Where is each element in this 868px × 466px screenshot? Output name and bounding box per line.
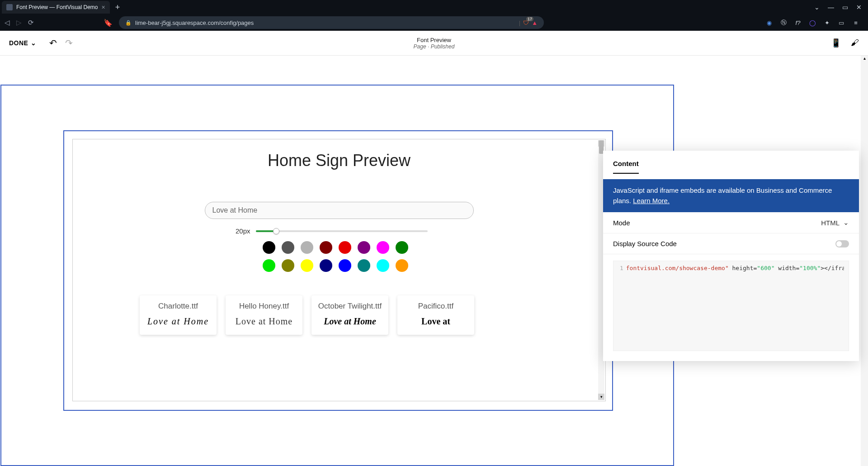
preview-heading: Home Sign Preview (136, 151, 542, 170)
page-subtitle: Page · Published (414, 43, 455, 50)
font-card-filename: Hello Honey.ttf (228, 302, 300, 311)
color-swatches (263, 241, 542, 272)
extension-whatfont-icon[interactable]: f? (794, 19, 802, 27)
close-window-icon[interactable]: ✕ (856, 4, 862, 11)
tab-favicon-icon (6, 4, 13, 10)
color-swatch[interactable] (377, 241, 389, 254)
browser-chrome: Font Preview — FontVisual Demo × + ⌄ — ▭… (0, 0, 868, 31)
close-tab-icon[interactable]: × (102, 4, 105, 11)
header-center: Font Preview Page · Published (414, 37, 455, 50)
page-title: Font Preview (414, 37, 455, 43)
font-card[interactable]: Hello Honey.ttfLove at Home (226, 295, 302, 335)
font-cards: Charlotte.ttfLove at HomeHello Honey.ttf… (140, 295, 542, 335)
upgrade-banner: JavaScript and iframe embeds are availab… (603, 179, 859, 212)
done-button[interactable]: DONE ⌄ (9, 39, 37, 47)
font-card-filename: Charlotte.ttf (142, 302, 214, 311)
browser-menu-icon[interactable]: ≡ (852, 19, 860, 27)
window-controls: ⌄ — ▭ ✕ (814, 4, 868, 11)
color-swatch[interactable] (301, 241, 313, 254)
address-bar-row: ◁ ▷ ⟳ 🔖 🔒 lime-bear-j5gj.squarespace.com… (0, 14, 868, 31)
site-divider: | (519, 19, 520, 26)
font-card[interactable]: Charlotte.ttfLove at Home (140, 295, 217, 335)
chevron-down-icon: ⌄ (843, 219, 849, 227)
maximize-icon[interactable]: ▭ (842, 4, 848, 11)
font-card[interactable]: Pacifico.ttfLove at (397, 295, 474, 335)
minimize-icon[interactable]: — (828, 4, 834, 11)
extension-circle-icon[interactable]: ◯ (808, 19, 816, 27)
chevron-down-icon[interactable]: ⌄ (814, 4, 820, 11)
display-source-row: Display Source Code (603, 233, 859, 254)
app-header: DONE ⌄ ↶ ↷ Font Preview Page · Published… (0, 31, 868, 56)
new-tab-button[interactable]: + (110, 3, 126, 12)
color-swatch[interactable] (263, 259, 275, 272)
learn-more-link[interactable]: Learn More. (633, 197, 670, 204)
chevron-down-icon: ⌄ (31, 39, 37, 47)
mobile-view-icon[interactable]: 📱 (831, 38, 841, 48)
color-swatch[interactable] (282, 241, 294, 254)
extension-loom-icon[interactable]: ◉ (765, 19, 773, 27)
browser-tab[interactable]: Font Preview — FontVisual Demo × (2, 1, 110, 14)
scroll-up-icon[interactable]: ▴ (861, 56, 868, 63)
undo-icon[interactable]: ↶ (49, 38, 57, 48)
tab-content[interactable]: Content (613, 160, 639, 174)
back-icon[interactable]: ◁ (5, 19, 10, 27)
color-swatch[interactable] (339, 259, 351, 272)
extensions-puzzle-icon[interactable]: ✦ (823, 19, 831, 27)
font-card-filename: October Twilight.ttf (314, 302, 386, 311)
color-swatch[interactable] (320, 241, 332, 254)
font-card-sample: Love at (400, 316, 472, 327)
font-card-filename: Pacifico.ttf (400, 302, 472, 311)
scroll-down-icon[interactable]: ▾ (598, 394, 604, 400)
url-bar[interactable]: 🔒 lime-bear-j5gj.squarespace.com/config/… (119, 16, 544, 29)
color-swatch[interactable] (377, 259, 389, 272)
color-swatch[interactable] (358, 241, 370, 254)
wallet-icon[interactable]: ▭ (837, 19, 845, 27)
size-slider[interactable] (256, 230, 428, 232)
color-swatch[interactable] (396, 259, 408, 272)
color-swatch[interactable] (358, 259, 370, 272)
color-swatch[interactable] (263, 241, 275, 254)
preview-text-input[interactable] (205, 202, 474, 219)
display-source-label: Display Source Code (613, 240, 677, 247)
mode-select[interactable]: HTML ⌄ (821, 219, 849, 227)
tab-bar: Font Preview — FontVisual Demo × + ⌄ — ▭… (0, 0, 868, 14)
mode-value: HTML (821, 219, 840, 227)
styles-brush-icon[interactable]: 🖌 (851, 38, 859, 48)
display-source-toggle[interactable] (835, 240, 849, 247)
color-swatch[interactable] (339, 241, 351, 254)
font-card-sample: Love at Home (142, 316, 214, 327)
font-card-sample: Love at Home (228, 316, 300, 327)
code-gutter: 1 (618, 265, 626, 347)
slider-thumb[interactable] (273, 228, 279, 234)
color-swatch[interactable] (301, 259, 313, 272)
redo-icon[interactable]: ↷ (65, 38, 73, 48)
reload-icon[interactable]: ⟳ (28, 19, 34, 27)
extension-notion-icon[interactable]: Ⓝ (779, 19, 788, 27)
bookmark-icon[interactable]: 🔖 (104, 19, 113, 27)
page-scrollbar[interactable]: ▴ (861, 56, 868, 466)
color-swatch[interactable] (320, 259, 332, 272)
nav-buttons: ◁ ▷ ⟳ (5, 19, 34, 27)
font-card[interactable]: October Twilight.ttfLove at Home (311, 295, 388, 335)
slider-fill (256, 230, 274, 232)
brave-shield-icon[interactable]: 🛡17 (523, 19, 529, 26)
done-label: DONE (9, 39, 28, 47)
url-text: lime-bear-j5gj.squarespace.com/config/pa… (135, 19, 254, 26)
preview-text-field-wrap (205, 202, 474, 219)
font-card-sample: Love at Home (314, 316, 386, 327)
size-label: 20px (236, 227, 250, 235)
inspector-tabs: Content (603, 151, 859, 174)
extension-icons: ◉ Ⓝ f? ◯ ✦ ▭ ≡ (765, 19, 863, 27)
header-right: 📱 🖌 (831, 38, 859, 48)
lock-icon: 🔒 (125, 20, 132, 26)
undo-redo-group: ↶ ↷ (49, 38, 73, 48)
color-swatch[interactable] (396, 241, 408, 254)
mode-row: Mode HTML ⌄ (603, 212, 859, 233)
color-swatch[interactable] (282, 259, 294, 272)
block-inspector-panel: Content JavaScript and iframe embeds are… (603, 151, 859, 361)
code-editor[interactable]: 1 fontvisual.com/showcase-demo" height="… (613, 261, 849, 351)
code-line[interactable]: fontvisual.com/showcase-demo" height="60… (626, 265, 844, 347)
tab-title: Font Preview — FontVisual Demo (16, 4, 98, 10)
size-row: 20px (236, 227, 542, 235)
forward-icon[interactable]: ▷ (16, 19, 22, 27)
